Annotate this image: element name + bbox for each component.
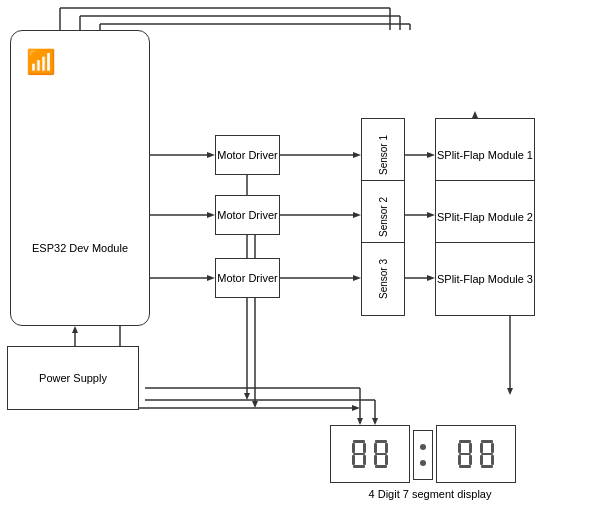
svg-marker-25 [427, 152, 435, 158]
esp32-label: ESP32 Dev Module [11, 241, 149, 255]
split-flap-3-label: SPlit-Flap Module 3 [437, 272, 533, 286]
sensor-3-label: Sensor 3 [377, 259, 390, 299]
display-left [330, 425, 410, 483]
svg-marker-21 [353, 212, 361, 218]
display-caption: 4 Digit 7 segment display [335, 488, 525, 500]
wifi-icon: 📶 [26, 46, 56, 77]
esp32-module: 📶 ESP32 Dev Module [10, 30, 150, 326]
svg-marker-48 [352, 405, 360, 411]
power-supply-label: Power Supply [39, 371, 107, 385]
split-flap-2-label: SPlit-Flap Module 2 [437, 210, 533, 224]
motor-driver-1-label: Motor Driver [217, 148, 278, 162]
svg-marker-23 [353, 275, 361, 281]
motor-driver-3: Motor Driver [215, 258, 280, 298]
split-flap-1-label: SPlit-Flap Module 1 [437, 148, 533, 162]
sensor-3: Sensor 3 [361, 242, 405, 316]
svg-marker-27 [427, 212, 435, 218]
svg-marker-42 [357, 418, 363, 425]
svg-marker-13 [207, 152, 215, 158]
svg-marker-52 [252, 401, 258, 408]
svg-marker-29 [427, 275, 435, 281]
svg-marker-31 [472, 111, 478, 118]
display-colon [413, 430, 433, 480]
split-flap-3: SPlit-Flap Module 3 [435, 242, 535, 316]
svg-marker-15 [207, 212, 215, 218]
svg-marker-37 [507, 388, 513, 395]
svg-marker-17 [207, 275, 215, 281]
motor-driver-2: Motor Driver [215, 195, 280, 235]
sensor-2-label: Sensor 2 [377, 197, 390, 237]
svg-marker-45 [372, 418, 378, 425]
svg-marker-39 [72, 326, 78, 333]
sensor-1-label: Sensor 1 [377, 135, 390, 175]
svg-marker-50 [244, 393, 250, 400]
svg-marker-19 [353, 152, 361, 158]
power-supply: Power Supply [7, 346, 139, 410]
motor-driver-2-label: Motor Driver [217, 208, 278, 222]
display-caption-label: 4 Digit 7 segment display [369, 488, 492, 500]
motor-driver-1: Motor Driver [215, 135, 280, 175]
diagram: 📶 ESP32 Dev Module Power Supply Motor Dr… [0, 0, 606, 518]
motor-driver-3-label: Motor Driver [217, 271, 278, 285]
display-right [436, 425, 516, 483]
